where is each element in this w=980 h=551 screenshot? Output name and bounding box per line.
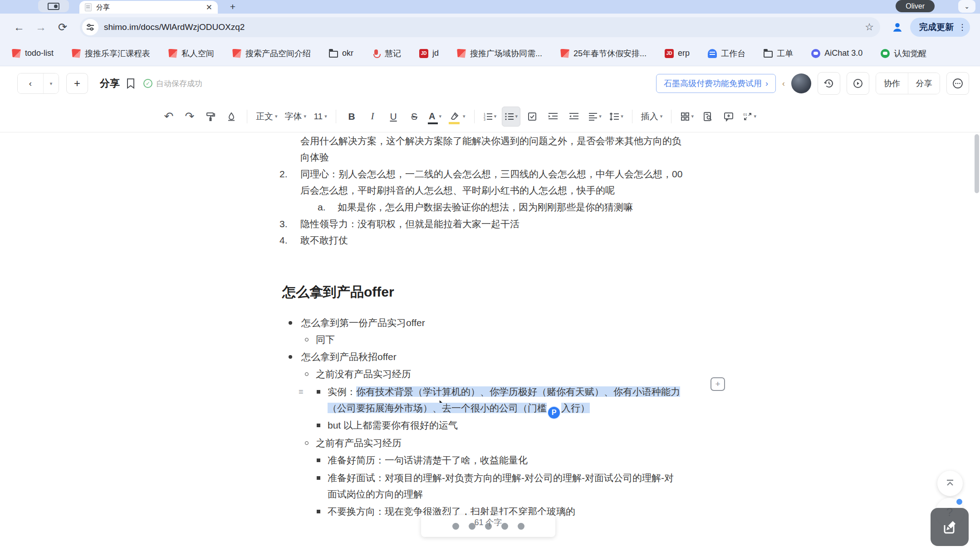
find-replace-dropdown[interactable]: 01▾: [740, 107, 759, 127]
reload-icon[interactable]: ⟳: [54, 18, 72, 36]
collapse-collaborators-icon[interactable]: ‹: [782, 79, 785, 88]
align-dropdown[interactable]: ▾: [586, 107, 604, 127]
doc-heading[interactable]: 怎么拿到产品offer: [282, 283, 394, 302]
address-bar[interactable]: shimo.im/docs/WlArdWzjODUOXzq2 ☆: [80, 17, 880, 37]
font-family-dropdown[interactable]: 字体▾: [283, 107, 309, 127]
line-spacing-dropdown[interactable]: ▾: [607, 107, 626, 127]
font-color-dropdown[interactable]: A▾: [426, 107, 444, 127]
doc-line[interactable]: 面试岗位的方向的理解: [0, 486, 980, 503]
tab-group-chip[interactable]: [38, 0, 69, 12]
layout-grid-dropdown[interactable]: ▾: [678, 107, 696, 127]
bookmark-item[interactable]: 工单: [764, 48, 793, 59]
underline-button[interactable]: U: [384, 107, 402, 127]
list-marker: [317, 510, 320, 513]
history-button[interactable]: [818, 72, 840, 95]
doc-line[interactable]: 4.敢不敢打仗: [0, 232, 980, 249]
doc-back-button[interactable]: ‹: [18, 73, 43, 93]
doc-line[interactable]: 准备好面试：对项目的理解-对负责方向的理解-对公司的理解-对面试公司的理解-对: [0, 469, 980, 487]
doc-line[interactable]: 后会怎么想，平时刷抖音的人怎么想、平时刷小红书的人怎么想，快手的呢: [0, 182, 980, 199]
paragraph-style-dropdown[interactable]: 正文▾: [254, 107, 280, 127]
tab-close-icon[interactable]: ✕: [206, 4, 212, 11]
browser-tab[interactable]: 分享 ✕: [79, 1, 218, 14]
present-button[interactable]: [847, 72, 869, 95]
bookmark-item[interactable]: okr: [329, 49, 353, 58]
doc-line[interactable]: 2.同理心：别人会怎么想，一二线的人会怎么想，三四线的人会怎么想，中年人会怎么想…: [0, 166, 980, 183]
highlight-color-dropdown[interactable]: ▾: [447, 107, 468, 127]
more-button[interactable]: [946, 72, 969, 95]
bookmark-doc-icon[interactable]: [126, 78, 135, 89]
share-button[interactable]: 分享: [908, 73, 940, 94]
scrollbar-thumb[interactable]: [975, 134, 979, 193]
bookmark-item[interactable]: JDerp: [665, 49, 690, 58]
doc-line[interactable]: 怎么拿到第一份产品实习offer: [0, 314, 980, 332]
doc-line[interactable]: 怎么拿到产品秋招offer: [0, 348, 980, 366]
back-icon[interactable]: ←: [10, 18, 28, 36]
doc-line[interactable]: 会用什么解决方案，这个解决方案除了能解决你遇到的问题之外，是否会带来其他方向的负: [0, 132, 980, 150]
premium-trial-button[interactable]: 石墨高级付费功能免费试用›: [656, 74, 776, 93]
doc-new-button[interactable]: +: [66, 73, 88, 94]
bookmark-item[interactable]: 搜索产品空间介绍: [232, 48, 311, 59]
url-text[interactable]: shimo.im/docs/WlArdWzjODUOXzq2: [104, 22, 859, 32]
insert-dropdown[interactable]: 插入▾: [639, 107, 665, 127]
bookmark-item[interactable]: 搜推广场域协同需...: [457, 48, 542, 59]
font-size-dropdown[interactable]: 11▾: [311, 107, 329, 127]
jd-icon: JD: [665, 49, 674, 58]
list-marker: [305, 338, 309, 341]
collab-button[interactable]: 协作: [876, 73, 908, 94]
doc-text: 后会怎么想，平时刷抖音的人怎么想、平时刷小红书的人怎么想，快手的呢: [300, 182, 615, 199]
checklist-button[interactable]: [523, 107, 541, 127]
strikethrough-button[interactable]: S: [405, 107, 423, 127]
doc-line[interactable]: 之前有产品实习经历: [0, 434, 980, 452]
indent-increase-button[interactable]: [544, 107, 562, 127]
undo-button[interactable]: ↶: [160, 107, 178, 127]
document-canvas[interactable]: + 会用什么解决方案，这个解决方案除了能解决你遇到的问题之外，是否会带来其他方向…: [0, 132, 980, 551]
doc-line[interactable]: （公司要拓展海外市场）、去一个很小的公司（门槛P入行）: [0, 400, 980, 417]
bookmark-star-icon[interactable]: ☆: [865, 21, 874, 33]
clear-format-button[interactable]: [222, 107, 240, 127]
doc-line[interactable]: 向体验: [0, 149, 980, 166]
chevron-down-icon[interactable]: ⌄: [958, 0, 975, 13]
forward-icon[interactable]: →: [32, 18, 50, 36]
site-settings-icon[interactable]: [82, 19, 98, 35]
bookmark-item[interactable]: 搜推乐享汇课程表: [72, 48, 150, 59]
bookmark-item[interactable]: 工作台: [708, 48, 745, 59]
profile-avatar-icon[interactable]: [888, 18, 906, 36]
italic-button[interactable]: I: [363, 107, 382, 127]
doc-line[interactable]: 同下: [0, 331, 980, 348]
doc-header: ‹ ▾ + 分享 ✓ 自动保存成功 石墨高级付费功能免费试用› ‹ 协作: [0, 66, 980, 101]
doc-line[interactable]: a.如果是你，怎么用户数据去验证你的想法，因为刚刚那些是你的猜测嘛: [0, 199, 980, 216]
bold-button[interactable]: B: [343, 107, 361, 127]
bookmark-item[interactable]: todo-list: [12, 49, 54, 58]
doc-search-button[interactable]: [699, 107, 717, 127]
update-label: 完成更新: [919, 21, 954, 33]
indent-decrease-button[interactable]: [565, 107, 583, 127]
chrome-update-button[interactable]: 完成更新 ⋮: [910, 18, 970, 37]
redo-button[interactable]: ↷: [181, 107, 199, 127]
comment-button[interactable]: [720, 107, 738, 127]
doc-line[interactable]: ≡实例：你有技术背景（学计算机的）、你学历极好（赌你有天赋）、你有小语种能力: [0, 383, 980, 400]
doc-line[interactable]: but 以上都需要你有很好的运气: [0, 417, 980, 434]
bookmark-item[interactable]: 慧记: [372, 48, 401, 59]
bookmark-item[interactable]: 私人空间: [168, 48, 214, 59]
bookmark-item[interactable]: 25年春节休假安排...: [560, 48, 647, 59]
doc-line[interactable]: 3.隐性领导力：没有职权，但就是能拉着大家一起干活: [0, 215, 980, 233]
drag-handle-icon[interactable]: ≡: [299, 383, 304, 400]
doc-line[interactable]: 准备好简历：一句话讲清楚干了啥，收益能量化: [0, 452, 980, 469]
new-tab-button[interactable]: +: [226, 1, 240, 13]
bookmark-item[interactable]: JDjd: [419, 49, 439, 58]
edit-mode-button[interactable]: [931, 508, 969, 546]
collaborator-avatar[interactable]: [791, 73, 811, 93]
bullet-list-dropdown[interactable]: ▾: [502, 107, 521, 127]
tab-title: 分享: [96, 3, 201, 12]
back-to-top-button[interactable]: [937, 471, 963, 496]
format-painter-button[interactable]: [201, 107, 220, 127]
doc-back-dropdown-icon[interactable]: ▾: [43, 73, 59, 93]
doc-line[interactable]: 之前没有产品实习经历: [0, 366, 980, 383]
chrome-menu-icon[interactable]: ⋮: [958, 25, 965, 29]
bookmark-item[interactable]: AiChat 3.0: [811, 49, 862, 58]
bookmark-item[interactable]: 认知觉醒: [881, 48, 926, 59]
numbered-list-dropdown[interactable]: 123▾: [481, 107, 499, 127]
bookmark-label: erp: [678, 49, 690, 58]
browser-profile-name[interactable]: Oliver: [896, 0, 935, 12]
collab-share-group: 协作 分享: [876, 73, 940, 94]
